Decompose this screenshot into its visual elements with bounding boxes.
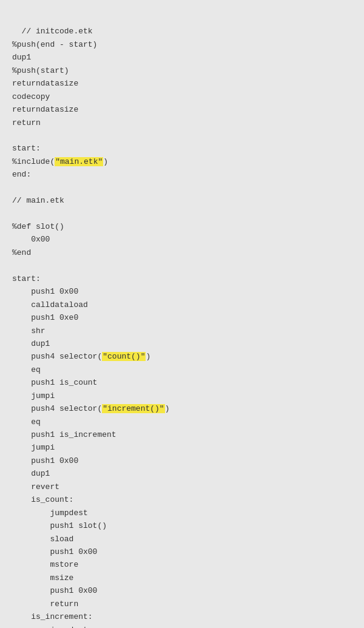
highlight-main-etk: "main.etk" (55, 157, 103, 166)
highlight-increment: "increment()" (102, 404, 164, 413)
highlight-count: "count()" (102, 352, 146, 361)
line-1: // initcode.etk %push(end - start) dup1 … (12, 27, 169, 628)
code-block: // initcode.etk %push(end - start) dup1 … (0, 0, 364, 628)
